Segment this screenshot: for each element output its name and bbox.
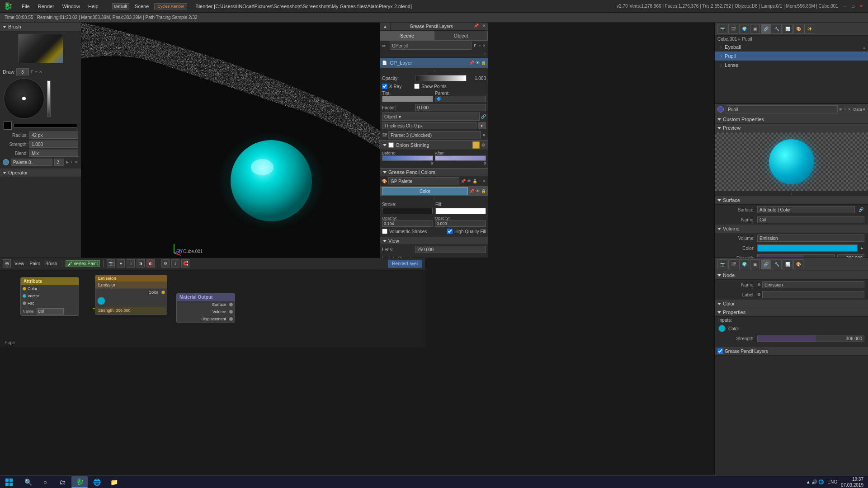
onion-color-btn[interactable] xyxy=(472,141,480,149)
taskbar-explorer-icon[interactable]: 🗂 xyxy=(54,476,71,488)
gp-colors-collapse-icon[interactable] xyxy=(383,171,387,174)
volumetric-checkbox[interactable] xyxy=(382,229,387,234)
palette-f-btn[interactable]: F xyxy=(66,160,69,164)
start-btn[interactable] xyxy=(0,476,18,488)
gp-color-row[interactable]: Color 📌 👁 🔒 xyxy=(380,186,488,196)
show-points-checkbox[interactable] xyxy=(414,84,420,89)
prop-tab-particles[interactable]: ✨ xyxy=(804,24,814,34)
gp-layer-expand-icon[interactable]: + xyxy=(484,52,486,56)
nd-tab5[interactable]: 🔗 xyxy=(761,259,771,269)
xray-checkbox[interactable] xyxy=(382,84,387,89)
node-name-value[interactable]: Emission xyxy=(762,281,864,288)
shading-solid-icon[interactable]: ● xyxy=(117,259,125,267)
gp-layers-checkbox[interactable] xyxy=(717,348,723,354)
gp-layer-row[interactable]: 📄 GP_Layer 📌 👁 🔒 xyxy=(380,58,488,68)
object-item-lense[interactable]: ○ Lense xyxy=(715,61,868,70)
thickness-input[interactable]: Thickness Ch: 0 px xyxy=(382,122,476,129)
brush-thumbnail[interactable] xyxy=(18,34,63,63)
surface-header[interactable]: Surface xyxy=(715,196,868,205)
viewport-manipulator-icon[interactable]: ↕ xyxy=(171,259,179,267)
brush-opacity-bar[interactable] xyxy=(47,80,51,117)
prop-tab-object[interactable]: ▣ xyxy=(750,24,760,34)
viewport-type-icon[interactable]: ⊕ xyxy=(3,259,11,267)
thickness-expand-btn[interactable]: ▸ xyxy=(478,122,486,129)
node-section-header[interactable]: Node xyxy=(715,271,868,280)
brush-menu[interactable]: Brush xyxy=(43,261,59,266)
color-lock-icon[interactable]: 🔒 xyxy=(481,189,486,193)
pupil-add-btn[interactable]: + xyxy=(844,107,846,112)
taskbar-search-icon[interactable]: 🔍 xyxy=(20,476,36,488)
emission-node[interactable]: Emission Emission Color Strength: 306.00… xyxy=(95,275,167,315)
after-slider[interactable] xyxy=(435,155,486,161)
shading-wire-icon[interactable]: ○ xyxy=(127,259,135,267)
gp-f-btn[interactable]: F xyxy=(473,43,477,48)
before-slider[interactable] xyxy=(382,155,433,161)
layer-lock-icon[interactable]: 🔒 xyxy=(481,61,486,65)
hier-scroll-up-icon[interactable]: ▲ xyxy=(862,45,866,50)
volume-value[interactable]: Emission xyxy=(757,235,864,242)
parent-type-dropdown[interactable]: Object ▾ xyxy=(382,113,480,121)
brush-f-btn[interactable]: F xyxy=(31,70,33,74)
blend-value[interactable]: Mix xyxy=(29,150,78,157)
onion-checkbox[interactable] xyxy=(388,142,394,148)
attr-color-socket[interactable] xyxy=(23,287,26,291)
camera-icon[interactable]: 📷 xyxy=(107,259,115,267)
render-layer-btn[interactable]: RenderLayer xyxy=(388,260,422,267)
nd-tab2[interactable]: 🎬 xyxy=(728,259,738,269)
brush-remove-btn[interactable]: ✕ xyxy=(39,70,42,74)
taskbar-chrome-icon[interactable]: 🌐 xyxy=(89,476,105,488)
hq-fill-checkbox[interactable] xyxy=(447,229,453,234)
custom-props-header[interactable]: Custom Properties xyxy=(715,115,868,124)
attr-name-input[interactable] xyxy=(37,308,64,314)
viewport-settings-icon[interactable]: ⚙ xyxy=(161,259,170,267)
gp-palette-name[interactable]: GP Palette xyxy=(388,177,459,185)
lens-value[interactable]: 250.000 xyxy=(415,246,486,253)
gp-palette-close[interactable]: ✕ xyxy=(482,179,486,183)
vertex-paint-btn[interactable]: 🖌 Vertex Paint xyxy=(66,260,100,267)
frame-input[interactable]: Frame: 3 (Unlocked) xyxy=(388,131,481,139)
object-item-pupil[interactable]: ○ Pupil xyxy=(715,52,868,61)
menu-file[interactable]: File xyxy=(18,2,33,10)
object-item-eyeball[interactable]: ○ Eyeball xyxy=(715,42,868,52)
opacity-slider[interactable] xyxy=(415,75,467,81)
brush-circle-preview[interactable] xyxy=(4,78,44,119)
node-color-header[interactable]: Color xyxy=(715,300,868,308)
layer-pin-icon[interactable]: 📌 xyxy=(469,61,474,65)
emission-color-preview[interactable] xyxy=(97,297,105,305)
taskbar-app-icon[interactable]: 📁 xyxy=(106,476,122,488)
color-pin-icon[interactable]: 📌 xyxy=(469,189,474,193)
close-btn[interactable]: ✕ xyxy=(858,3,864,9)
menu-render[interactable]: Render xyxy=(34,2,58,10)
onion-settings-btn[interactable]: ⚙ xyxy=(481,143,485,147)
maximize-btn[interactable]: □ xyxy=(850,3,856,9)
stroke-color-swatch[interactable] xyxy=(382,208,433,214)
palette-x-btn[interactable]: ✕ xyxy=(75,160,78,164)
fill-color-swatch[interactable] xyxy=(435,208,486,214)
gp-name-input[interactable]: GPencil xyxy=(390,42,472,50)
pupil-f-btn[interactable]: F xyxy=(840,107,842,112)
tint-swatch[interactable] xyxy=(382,96,433,102)
operator-collapse-icon[interactable] xyxy=(3,172,6,174)
surface-link-icon[interactable]: 🔗 xyxy=(858,207,864,212)
taskbar-blender-icon[interactable]: 🐉 xyxy=(71,476,88,488)
pupil-data-btn[interactable]: Data ▾ xyxy=(853,107,865,112)
nd-tab8[interactable]: 🎨 xyxy=(793,259,803,269)
emission-color-socket[interactable] xyxy=(161,291,165,294)
paint-menu[interactable]: Paint xyxy=(28,261,42,266)
gp-expand-btn[interactable]: ✕ xyxy=(481,23,488,30)
fill-opacity-input[interactable]: 0.000 xyxy=(435,221,486,227)
node-color-input-swatch[interactable] xyxy=(718,325,726,332)
node-canvas[interactable]: Attribute Color Vector Fac Name Emission… xyxy=(0,270,425,348)
object-tab[interactable]: Object xyxy=(434,31,488,41)
color-gradient-bar[interactable] xyxy=(14,124,77,127)
minimize-btn[interactable]: ─ xyxy=(842,3,848,9)
color-value[interactable] xyxy=(757,244,858,252)
prop-tab-scene[interactable]: 🎬 xyxy=(728,24,738,34)
gp-palette-lock[interactable]: 🔒 xyxy=(472,179,477,183)
factor-value[interactable]: 0.000 xyxy=(415,104,486,111)
prop-tab-modifiers[interactable]: 🔧 xyxy=(772,24,782,34)
foreground-color[interactable] xyxy=(4,122,12,130)
stroke-opacity-input[interactable]: 0.194 xyxy=(382,221,433,227)
onion-collapse-icon[interactable] xyxy=(383,144,387,146)
parent-link-icon[interactable]: 🔗 xyxy=(481,114,486,119)
